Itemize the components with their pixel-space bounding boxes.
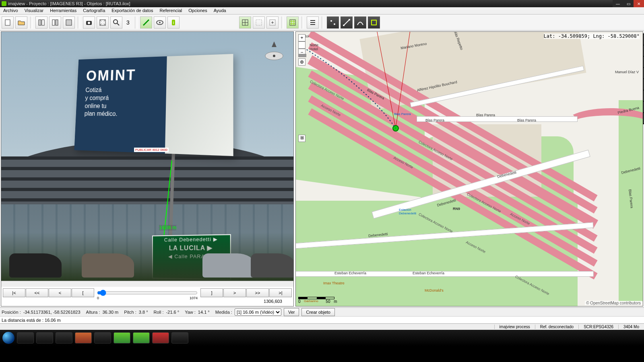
taskbar-item[interactable]	[56, 332, 72, 343]
taskbar-item[interactable]	[17, 332, 34, 343]
frame-number: 1306,603	[1, 299, 293, 306]
menu-referencial[interactable]: Referencial	[157, 7, 186, 14]
billboard: OMINT Cotizá y comprá online tu plan méd…	[74, 54, 233, 156]
grid-dashed-button[interactable]	[253, 16, 265, 29]
fit-button[interactable]	[97, 16, 109, 29]
map-label: Blas Parera	[476, 113, 495, 117]
list-button[interactable]	[307, 16, 319, 29]
medida-select[interactable]: [1] 16.06 m (Vidéo)	[235, 309, 281, 316]
menu-ayuda[interactable]: Ayuda	[211, 7, 229, 14]
menu-herramientas[interactable]: Herramientas	[47, 7, 80, 14]
nav-first-button[interactable]: |<	[3, 288, 25, 297]
svg-rect-17	[290, 20, 295, 25]
photo-horizontal-scrollbar[interactable]	[1, 281, 293, 287]
slider-min-label: 0	[97, 296, 99, 300]
map-panel: Autoi Norte Hotel Mariano Moreno Nicolás…	[295, 31, 643, 306]
photo-panel: OMINT Cotizá y comprá online tu plan méd…	[1, 31, 294, 306]
street-photo-view[interactable]: OMINT Cotizá y comprá online tu plan méd…	[1, 32, 293, 281]
map-zoom-control: + − ⊕	[298, 34, 305, 66]
open-button[interactable]	[15, 16, 27, 29]
roll-value: -21.6 °	[166, 310, 180, 315]
zoom-slider[interactable]	[298, 41, 305, 49]
camera-button[interactable]	[83, 16, 95, 29]
roll-label: Roll :	[154, 310, 164, 315]
distance-text: La distancia está de : 16.06 m	[2, 318, 61, 323]
map-label: Manuel Díaz V	[615, 70, 639, 74]
pitch-value: 3.8 °	[139, 310, 148, 315]
visibility-button[interactable]	[154, 16, 166, 29]
map-label: Blas Parera	[394, 112, 411, 116]
info-button[interactable]: i	[167, 16, 180, 29]
window-titlebar: imajview - Proyecto : [IMAGENES R3] - Ob…	[0, 0, 644, 7]
zoom-button[interactable]	[110, 16, 122, 29]
measure-label: 16.06 m	[159, 225, 176, 230]
svg-point-11	[159, 22, 161, 23]
arc-tool-button[interactable]	[354, 16, 366, 29]
yaw-label: Yaw :	[185, 310, 196, 315]
nav-last-button[interactable]: >|	[269, 288, 292, 297]
svg-point-7	[88, 22, 90, 24]
grid-plus-button[interactable]	[266, 16, 279, 29]
map-sync-button[interactable]	[287, 16, 299, 29]
bottom-statusbar: imajview process Ref. desconectado SCR:E…	[0, 323, 644, 330]
map-label: Blas Parera	[517, 118, 536, 122]
map-view[interactable]: Autoi Norte Hotel Mariano Moreno Nicolás…	[296, 32, 643, 306]
svg-rect-1	[39, 20, 41, 25]
layout-3-button[interactable]	[63, 16, 75, 29]
taskbar-item[interactable]	[133, 332, 150, 343]
nav-prev-button[interactable]: <	[49, 288, 71, 297]
menu-visualizar[interactable]: Visualizar	[21, 7, 47, 14]
menu-exportacion[interactable]: Exportación de datos	[108, 7, 156, 14]
window-minimize-button[interactable]: —	[613, 0, 623, 7]
svg-point-20	[343, 25, 345, 26]
window-close-button[interactable]: ✕	[634, 0, 644, 7]
taskbar-item[interactable]	[94, 332, 111, 343]
svg-point-18	[330, 20, 332, 22]
menu-archivo[interactable]: Archivo	[0, 7, 21, 14]
ver-button[interactable]: Ver	[284, 308, 299, 316]
nav-next2-button[interactable]: >>	[246, 288, 269, 297]
svg-point-9	[114, 20, 118, 24]
svg-rect-3	[52, 20, 55, 25]
start-button[interactable]	[2, 332, 14, 344]
posicion-value: -34.51173361, -58.52261823	[23, 310, 80, 315]
nav-next-button[interactable]: >	[223, 288, 246, 297]
distance-strip: La distancia está de : 16.06 m	[0, 316, 644, 323]
polygon-tool-button[interactable]	[368, 16, 380, 29]
taskbar-item[interactable]	[75, 332, 92, 343]
window-maximize-button[interactable]: ▭	[623, 0, 634, 7]
taskbar-item[interactable]	[36, 332, 53, 343]
measure-line-button[interactable]	[140, 16, 152, 29]
taskbar-item[interactable]	[171, 332, 188, 343]
nav-bracket-open-button[interactable]: [	[72, 288, 94, 297]
posicion-label: Posición :	[2, 310, 21, 315]
yaw-value: 14.1 °	[198, 310, 210, 315]
svg-rect-2	[42, 20, 44, 25]
map-label: Estación Debenedetti	[399, 208, 416, 215]
map-layers-button[interactable]: ⊞	[298, 135, 305, 142]
reticle-button[interactable]	[239, 16, 251, 29]
layout-1-button[interactable]	[35, 16, 47, 29]
new-button[interactable]	[2, 16, 14, 29]
scr-cell: SCR:EPSG4326	[578, 325, 618, 329]
menu-opciones[interactable]: Opciones	[185, 7, 210, 14]
window-title: imajview - Proyecto : [IMAGENES R3] - Ob…	[8, 1, 130, 6]
nav-bracket-close-button[interactable]: ]	[200, 288, 223, 297]
taskbar-item[interactable]	[114, 332, 130, 343]
point-tool-button[interactable]	[327, 16, 339, 29]
line-tool-button[interactable]	[341, 16, 353, 29]
compass-icon[interactable]	[262, 40, 286, 64]
crear-objeto-button[interactable]: Crear objeto	[301, 308, 335, 316]
taskbar-item[interactable]	[152, 332, 169, 343]
map-label: McDonald's	[425, 288, 444, 292]
svg-rect-15	[256, 20, 262, 25]
layout-2-button[interactable]	[49, 16, 61, 29]
altura-label: Altura :	[86, 310, 100, 315]
zoom-in-button[interactable]: +	[298, 34, 305, 41]
frame-slider[interactable]	[97, 290, 198, 296]
nav-prev2-button[interactable]: <<	[26, 288, 48, 297]
slider-max-label: 1074	[190, 296, 198, 300]
zoom-world-button[interactable]: ⊕	[298, 58, 305, 66]
billboard-footer: PUBLICAR 4812 0600	[134, 148, 169, 152]
menu-cartografia[interactable]: Cartografía	[80, 7, 108, 14]
